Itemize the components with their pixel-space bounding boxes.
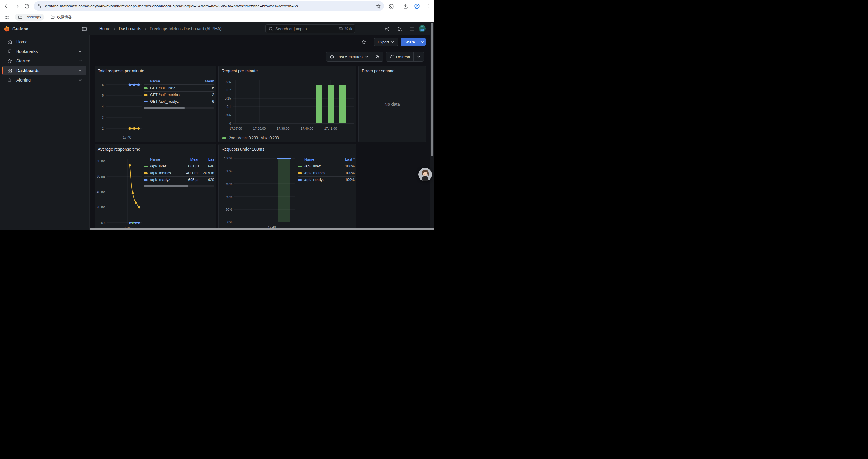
sidebar-item-starred[interactable]: Starred <box>2 56 86 66</box>
legend-mean: Mean: 0.233 <box>237 136 258 140</box>
series-color-pill <box>222 137 226 139</box>
series-name[interactable]: /api/_metrics <box>150 171 181 175</box>
assistant-avatar-widget[interactable] <box>418 168 432 182</box>
extensions-button[interactable] <box>388 2 395 10</box>
panel-title[interactable]: Request per minute <box>222 68 258 73</box>
search-input[interactable] <box>275 27 336 31</box>
time-range-picker[interactable]: Last 5 minutes <box>327 52 372 61</box>
vertical-scrollbar-thumb[interactable] <box>431 23 433 156</box>
col-last[interactable]: Last * <box>336 157 354 162</box>
refresh-interval-button[interactable] <box>413 52 424 61</box>
browser-forward-button[interactable] <box>13 2 21 10</box>
series-color-pill <box>298 179 302 181</box>
series-name[interactable]: /api/_readyz <box>150 178 181 182</box>
zoom-out-time-button[interactable] <box>372 52 383 61</box>
browser-back-button[interactable] <box>3 2 11 10</box>
series-mean: 661 µs <box>181 164 199 168</box>
news-button[interactable] <box>396 26 403 32</box>
series-name[interactable]: GET /api/_readyz <box>150 100 196 104</box>
export-button[interactable]: Export <box>374 37 399 46</box>
search-box[interactable]: ⌘+k <box>265 24 355 33</box>
series-name[interactable]: /api/_metrics <box>304 171 336 175</box>
series-last: 100% <box>336 171 354 175</box>
help-icon <box>384 26 390 32</box>
chevron-down-icon[interactable] <box>78 68 82 73</box>
col-mean[interactable]: Mean <box>196 79 214 83</box>
refresh-button[interactable]: Refresh <box>386 52 413 61</box>
col-name[interactable]: Name <box>150 79 196 83</box>
user-avatar[interactable] <box>418 25 426 32</box>
horizontal-scrollbar[interactable] <box>90 228 434 230</box>
clock-icon <box>330 55 334 59</box>
breadcrumb: Home Dashboards Freeleaps Metrics Dashbo… <box>99 22 222 35</box>
downloads-button[interactable] <box>402 2 409 10</box>
dashboard-main: Export Share Last 5 minutes <box>90 35 434 230</box>
browser-reload-button[interactable] <box>23 2 31 10</box>
favorite-dashboard-button[interactable] <box>361 39 367 45</box>
svg-text:40 ms: 40 ms <box>97 190 105 194</box>
series-color-pill <box>144 172 148 174</box>
col-name[interactable]: Name <box>150 157 181 162</box>
browser-profile-button[interactable] <box>413 2 421 10</box>
sidebar-item-label: Alerting <box>16 78 31 83</box>
panel-title[interactable]: Errors per second <box>362 68 395 73</box>
panel-total-requests: Total requests per minute 6 5 4 3 2 17:4… <box>95 66 216 142</box>
series-name[interactable]: /api/_livez <box>304 164 336 168</box>
series-name[interactable]: GET /api/_livez <box>150 86 196 90</box>
series-name[interactable]: /api/_readyz <box>304 178 336 182</box>
browser-menu-button[interactable] <box>424 2 432 10</box>
series-name[interactable]: GET /api/_metrics <box>150 93 196 97</box>
panel-title[interactable]: Total requests per minute <box>98 68 144 73</box>
table-scrollbar[interactable] <box>144 107 214 109</box>
series-name[interactable]: /api/_livez <box>150 164 181 168</box>
breadcrumb-current: Freeleaps Metrics Dashboard (ALPHA) <box>150 26 222 31</box>
svg-text:0.15: 0.15 <box>225 97 231 100</box>
folder-icon <box>18 15 23 20</box>
table-scrollbar[interactable] <box>144 185 214 187</box>
bookmark-folder-blogs[interactable]: 收藏博客 <box>47 13 75 21</box>
chevron-down-icon[interactable] <box>78 49 82 54</box>
table-row: /api/_livez 661 µs 646 <box>144 163 214 169</box>
bookmark-star-icon[interactable] <box>375 3 381 9</box>
chevron-right-icon <box>144 27 147 30</box>
request-per-minute-chart: 0.25 0.2 0.15 0.1 0.05 0 17:37:00 17:38:… <box>219 66 356 142</box>
table-row: /api/_livez 100% <box>298 163 354 169</box>
panel-title[interactable]: Requests under 100ms <box>222 147 265 152</box>
star-icon <box>7 58 12 64</box>
svg-text:17:40:00: 17:40:00 <box>301 127 313 130</box>
series-readyz-baseline <box>129 222 140 224</box>
share-menu-button[interactable] <box>418 37 426 46</box>
table-row: GET /api/_readyz 6 <box>144 98 214 105</box>
panel-request-per-minute: Request per minute 0.25 0.2 0.15 0.1 0.0… <box>218 66 356 142</box>
sidebar-item-bookmarks[interactable]: Bookmarks <box>2 47 86 56</box>
sidebar: Home Bookmarks Starred Dashboards Alerti… <box>0 35 90 230</box>
grafana-logo[interactable] <box>4 25 10 32</box>
vertical-scrollbar-track[interactable] <box>430 22 434 230</box>
breadcrumb-home[interactable]: Home <box>99 26 110 31</box>
panel-title[interactable]: Average response time <box>98 147 140 152</box>
rss-icon <box>397 26 402 32</box>
sidebar-item-alerting[interactable]: Alerting <box>2 75 86 85</box>
address-bar[interactable]: grafana.mathmast.com/d/deytv4rwavabkb/fr… <box>34 1 384 11</box>
col-mean[interactable]: Mean <box>181 157 199 162</box>
bookmark-folder-label: Freeleaps <box>25 15 41 19</box>
url-text[interactable]: grafana.mathmast.com/d/deytv4rwavabkb/fr… <box>45 4 375 8</box>
tv-mode-button[interactable] <box>409 26 415 32</box>
chevron-down-icon[interactable] <box>78 59 82 64</box>
sidebar-item-home[interactable]: Home <box>2 37 86 47</box>
mega-menu-toggle[interactable] <box>81 26 88 32</box>
table-row: GET /api/_livez 6 <box>144 85 214 91</box>
bookmark-folder-freeleaps[interactable]: Freeleaps <box>15 13 44 21</box>
breadcrumb-dashboards[interactable]: Dashboards <box>119 26 141 31</box>
chevron-down-icon[interactable] <box>78 78 82 83</box>
legend-series-name[interactable]: 2xx <box>229 136 235 140</box>
apps-button[interactable] <box>3 13 11 21</box>
site-settings-icon[interactable] <box>37 4 42 8</box>
bookmarks-separator <box>12 15 12 20</box>
col-name[interactable]: Name <box>304 157 336 162</box>
area-100pct <box>277 158 291 222</box>
sidebar-item-dashboards[interactable]: Dashboards <box>2 66 86 75</box>
share-button[interactable]: Share <box>401 37 418 46</box>
col-last[interactable]: Las <box>199 157 214 162</box>
help-button[interactable] <box>384 26 390 32</box>
